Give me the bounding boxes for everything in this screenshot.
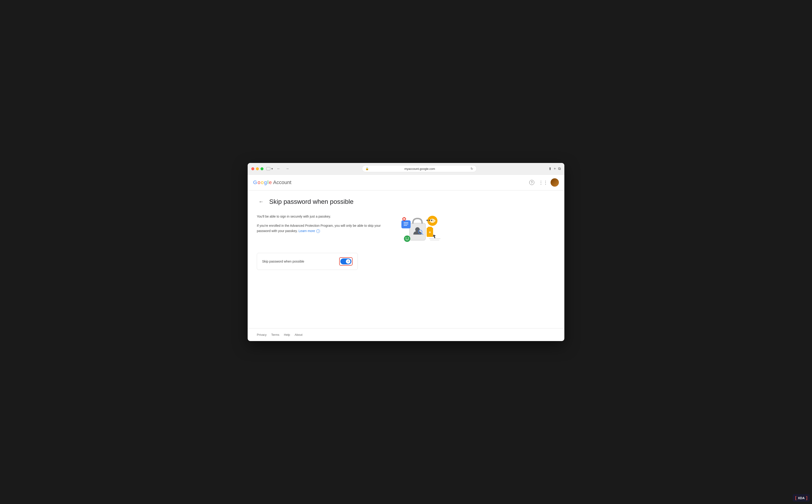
page-header: Google Account ? ⋮⋮ [248, 175, 564, 190]
address-bar[interactable]: 🔒 myaccount.google.com ↻ [362, 165, 477, 172]
browser-window: ▾ ← → 🔒 myaccount.google.com ↻ ⬆ + ⧉ Goo… [248, 163, 564, 341]
xda-watermark: [ XDA ] [793, 494, 810, 502]
passkey-illustration [395, 214, 440, 244]
skip-password-toggle[interactable]: ✓ [340, 258, 351, 264]
browser-titlebar: ▾ ← → 🔒 myaccount.google.com ↻ ⬆ + ⧉ [248, 163, 564, 175]
setting-label: Skip password when possible [262, 260, 304, 263]
svg-marker-20 [433, 235, 436, 238]
address-bar-wrapper: 🔒 myaccount.google.com ↻ [293, 165, 546, 172]
logo-g2: g [264, 179, 267, 185]
avatar-image [551, 178, 559, 187]
description-text-1: You'll be able to sign in securely with … [257, 214, 381, 219]
footer-privacy-link[interactable]: Privacy [257, 333, 267, 336]
browser-actions: ⬆ + ⧉ [549, 167, 561, 171]
tabs-icon[interactable]: ⧉ [558, 167, 561, 171]
page-title-row: ← Skip password when possible [257, 198, 555, 206]
logo-l: l [267, 179, 269, 185]
footer-help-link[interactable]: Help [284, 333, 290, 336]
header-actions: ? ⋮⋮ [528, 178, 559, 187]
url-text: myaccount.google.com [371, 167, 469, 171]
traffic-lights [251, 167, 263, 170]
footer-about-link[interactable]: About [295, 333, 302, 336]
toggle-knob: ✓ [346, 259, 350, 264]
svg-point-23 [431, 220, 432, 221]
xda-text: XDA [798, 496, 805, 500]
forward-nav-button[interactable]: → [284, 166, 290, 171]
illustration [395, 214, 440, 245]
svg-point-19 [429, 231, 431, 233]
page-content: ← Skip password when possible You'll be … [248, 190, 564, 328]
logo-e: e [269, 179, 272, 185]
logo-o2: o [261, 179, 263, 185]
help-icon: ? [529, 180, 534, 185]
refresh-button[interactable]: ↻ [470, 167, 473, 171]
content-body: You'll be able to sign in securely with … [257, 214, 440, 245]
logo-account-text: Account [273, 179, 291, 185]
description-section: You'll be able to sign in securely with … [257, 214, 381, 233]
lock-icon: 🔒 [365, 167, 369, 170]
svg-point-16 [408, 238, 409, 238]
logo-g: G [253, 179, 257, 185]
maximize-button[interactable] [260, 167, 263, 170]
svg-point-22 [429, 220, 430, 221]
learn-more-link[interactable]: Learn more [299, 229, 316, 233]
footer-terms-link[interactable]: Terms [271, 333, 279, 336]
description-text-2: If you're enrolled in the Advanced Prote… [257, 223, 381, 233]
tab-icon[interactable] [266, 167, 270, 170]
close-button[interactable] [251, 167, 254, 170]
tab-chevron-icon[interactable]: ▾ [271, 167, 273, 171]
svg-point-14 [404, 235, 410, 242]
page-footer: Privacy Terms Help About [248, 328, 564, 341]
setting-card: Skip password when possible ✓ [257, 253, 358, 270]
page-title: Skip password when possible [269, 198, 353, 205]
help-button[interactable]: ? [528, 178, 536, 187]
share-icon[interactable]: ⬆ [549, 167, 552, 171]
toggle-check-icon: ✓ [347, 260, 349, 263]
back-button[interactable]: ← [257, 198, 266, 206]
apps-button[interactable]: ⋮⋮ [539, 178, 547, 187]
back-nav-button[interactable]: ← [276, 166, 282, 171]
apps-grid-icon: ⋮⋮ [539, 180, 548, 185]
minimize-button[interactable] [256, 167, 259, 170]
info-icon[interactable]: i [316, 229, 320, 233]
svg-point-15 [406, 238, 406, 238]
xda-bracket-right: ] [806, 496, 807, 500]
logo-o1: o [258, 179, 260, 185]
xda-bracket-left: [ [795, 496, 796, 500]
google-logo[interactable]: Google Account [253, 179, 291, 185]
new-tab-icon[interactable]: + [554, 167, 556, 171]
avatar[interactable] [551, 178, 559, 187]
svg-point-21 [426, 220, 428, 221]
svg-rect-18 [428, 227, 432, 229]
toggle-highlight-wrapper: ✓ [339, 257, 353, 266]
tab-bar: ▾ [266, 167, 273, 171]
